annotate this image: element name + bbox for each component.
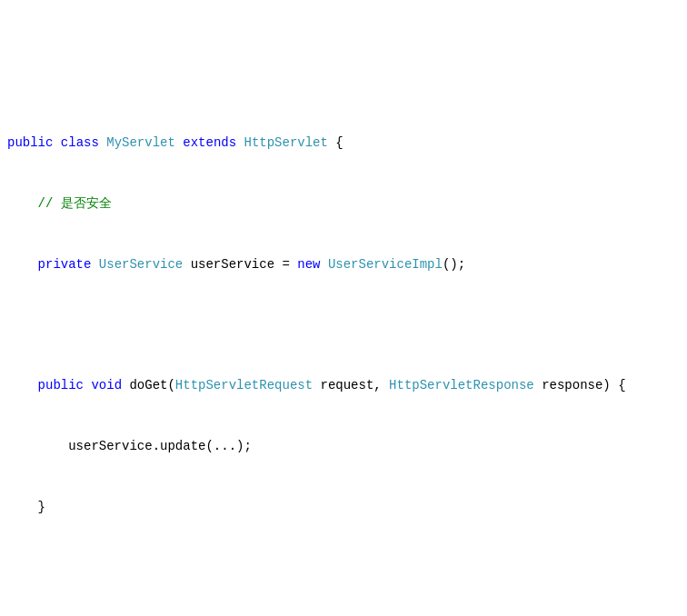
myservlet-section: public class MyServlet extends HttpServl… <box>0 93 687 616</box>
code-container: public class MyServlet extends HttpServl… <box>0 7 687 616</box>
line-myservlet-comment: // 是否安全 <box>0 194 687 214</box>
line-myservlet-field: private UserService userService = new Us… <box>0 254 687 274</box>
line-myservlet-class: public class MyServlet extends HttpServl… <box>0 133 687 153</box>
line-myservlet-update: userService.update(...); <box>0 436 687 456</box>
line-myservlet-brace-inner: } <box>0 497 687 517</box>
line-myservlet-doget: public void doGet(HttpServletRequest req… <box>0 375 687 395</box>
